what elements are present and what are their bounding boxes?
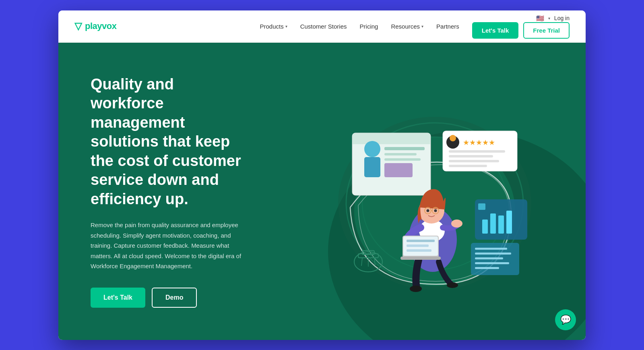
lets-talk-button[interactable]: Let's Talk (472, 22, 518, 39)
chat-icon: 💬 (560, 315, 571, 325)
nav-products[interactable]: Products ▾ (260, 23, 287, 30)
hero-buttons: Let's Talk Demo (91, 288, 244, 308)
hero-svg-illustration: ★★★★★ (314, 87, 539, 296)
browser-window: 🇺🇸 ▾ Log in ▽ playvox Products ▾ Custome… (58, 10, 586, 340)
svg-point-41 (447, 282, 458, 288)
lang-chevron-icon: ▾ (548, 16, 550, 21)
svg-rect-11 (384, 158, 421, 161)
svg-rect-5 (352, 133, 431, 144)
svg-point-44 (427, 209, 429, 212)
top-bar: 🇺🇸 ▾ Log in (536, 14, 570, 22)
hero-illustration: ★★★★★ (268, 43, 586, 340)
svg-rect-12 (384, 163, 413, 177)
svg-rect-54 (407, 249, 431, 252)
svg-rect-30 (475, 257, 503, 259)
hero-content: Quality and workforce management solutio… (58, 43, 268, 340)
navbar: 🇺🇸 ▾ Log in ▽ playvox Products ▾ Custome… (58, 10, 586, 43)
svg-rect-26 (478, 203, 485, 210)
svg-rect-25 (506, 211, 512, 234)
svg-rect-22 (482, 220, 488, 234)
nav-actions: Let's Talk Free Trial (472, 22, 570, 39)
hero-subtitle: Remove the pain from quality assurance a… (91, 220, 244, 271)
chat-widget[interactable]: 💬 (555, 309, 576, 330)
nav-pricing[interactable]: Pricing (360, 23, 378, 30)
nav-links: Products ▾ Customer Stories Pricing Reso… (260, 23, 459, 30)
svg-rect-19 (449, 160, 499, 162)
svg-rect-24 (498, 215, 504, 234)
svg-point-7 (364, 141, 380, 157)
svg-rect-23 (490, 213, 496, 234)
hero-lets-talk-button[interactable]: Let's Talk (91, 288, 145, 308)
svg-point-55 (451, 220, 462, 228)
svg-rect-29 (475, 253, 511, 255)
svg-rect-32 (475, 267, 499, 269)
resources-chevron-icon: ▾ (421, 24, 423, 29)
svg-rect-6 (352, 143, 431, 144)
svg-point-40 (410, 286, 422, 292)
hero-demo-button[interactable]: Demo (152, 288, 197, 308)
free-trial-button[interactable]: Free Trial (523, 22, 570, 39)
logo-icon: ▽ (74, 21, 82, 32)
logo-text: playvox (85, 21, 116, 31)
svg-rect-8 (364, 157, 380, 177)
svg-point-45 (434, 209, 437, 212)
svg-rect-9 (384, 147, 425, 150)
svg-rect-51 (400, 257, 441, 260)
products-chevron-icon: ▾ (285, 24, 287, 29)
svg-rect-10 (384, 153, 417, 155)
svg-rect-18 (449, 155, 493, 157)
nav-resources[interactable]: Resources ▾ (391, 23, 423, 30)
svg-rect-20 (449, 165, 487, 167)
nav-customer-stories[interactable]: Customer Stories (300, 23, 347, 30)
flag-icon: 🇺🇸 (536, 14, 544, 22)
svg-text:★★★★★: ★★★★★ (463, 139, 495, 147)
svg-rect-17 (449, 150, 505, 153)
hero-section: Quality and workforce management solutio… (58, 43, 586, 340)
svg-rect-53 (407, 244, 429, 247)
nav-partners[interactable]: Partners (436, 23, 459, 30)
logo[interactable]: ▽ playvox (74, 21, 116, 32)
svg-rect-31 (475, 262, 509, 264)
svg-rect-52 (407, 240, 435, 242)
svg-rect-28 (475, 248, 507, 250)
svg-point-15 (450, 135, 456, 141)
login-link[interactable]: Log in (554, 15, 570, 21)
hero-title: Quality and workforce management solutio… (91, 75, 244, 209)
